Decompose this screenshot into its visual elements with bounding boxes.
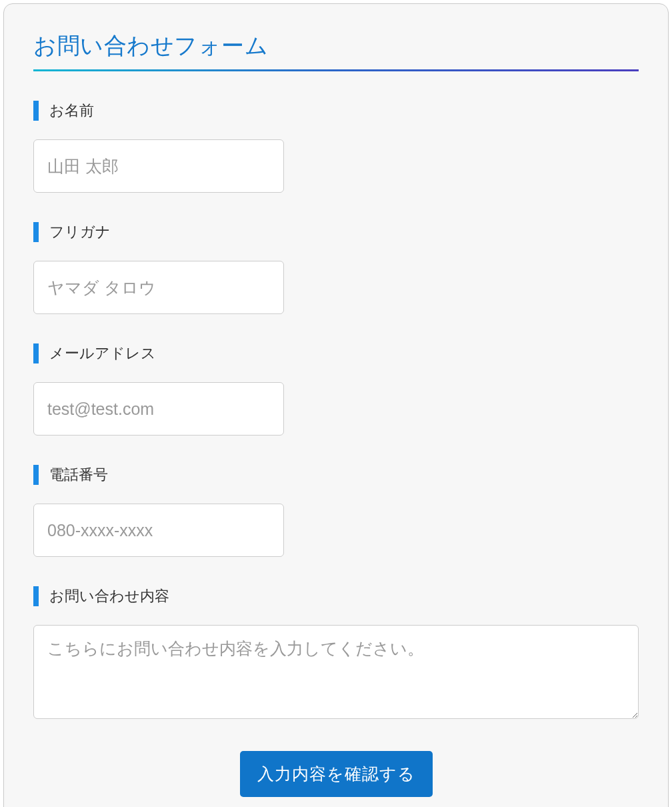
phone-label: 電話番号 <box>33 465 639 485</box>
label-bar-icon <box>33 586 39 606</box>
label-bar-icon <box>33 222 39 242</box>
submit-wrapper: 入力内容を確認する <box>33 751 639 797</box>
field-group-phone: 電話番号 <box>33 465 639 557</box>
label-bar-icon <box>33 101 39 121</box>
label-bar-icon <box>33 343 39 363</box>
label-bar-icon <box>33 465 39 485</box>
phone-label-text: 電話番号 <box>49 465 108 485</box>
title-underline <box>33 69 639 71</box>
name-label-text: お名前 <box>49 101 94 121</box>
name-input[interactable] <box>33 139 284 193</box>
message-label-text: お問い合わせ内容 <box>49 586 169 606</box>
message-textarea[interactable] <box>33 625 639 719</box>
furigana-label-text: フリガナ <box>49 222 111 242</box>
form-title: お問い合わせフォーム <box>33 31 639 61</box>
contact-form-container: お問い合わせフォーム お名前 フリガナ メールアドレス 電話番号 お問 <box>3 3 669 807</box>
field-group-email: メールアドレス <box>33 343 639 436</box>
field-group-message: お問い合わせ内容 <box>33 586 639 722</box>
message-label: お問い合わせ内容 <box>33 586 639 606</box>
furigana-input[interactable] <box>33 261 284 314</box>
email-label: メールアドレス <box>33 343 639 363</box>
field-group-name: お名前 <box>33 101 639 193</box>
phone-input[interactable] <box>33 504 284 557</box>
field-group-furigana: フリガナ <box>33 222 639 314</box>
submit-button[interactable]: 入力内容を確認する <box>240 751 433 797</box>
name-label: お名前 <box>33 101 639 121</box>
furigana-label: フリガナ <box>33 222 639 242</box>
email-input[interactable] <box>33 382 284 436</box>
email-label-text: メールアドレス <box>49 343 156 363</box>
